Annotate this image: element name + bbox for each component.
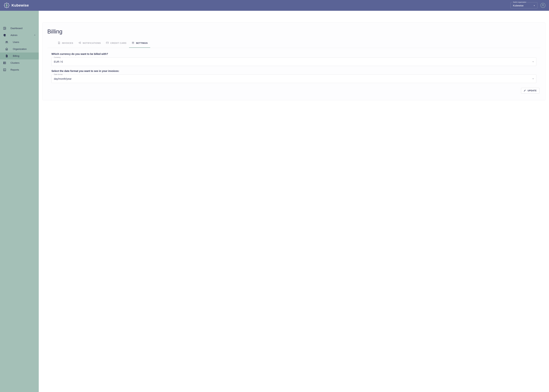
- tab-settings[interactable]: SETTINGS: [129, 40, 150, 48]
- dateformat-question: Select the date format you want to see i…: [51, 70, 536, 72]
- update-button-label: UPDATE: [527, 90, 537, 92]
- sidebar-item-label: Billing: [13, 55, 36, 57]
- sidebar-item-reports[interactable]: Reports: [0, 66, 39, 73]
- tab-label: CREDIT CARD: [110, 42, 126, 44]
- svg-marker-1: [6, 4, 7, 7]
- org-switcher-select[interactable]: Switch organization Kubewise ▼: [511, 2, 537, 8]
- gear-icon: [132, 41, 134, 45]
- svg-point-10: [542, 4, 543, 5]
- invoice-file-icon: $: [58, 41, 60, 45]
- svg-point-22: [4, 62, 4, 62]
- svg-point-34: [133, 42, 133, 43]
- sidebar-item-clusters[interactable]: Clusters: [0, 59, 39, 66]
- sidebar-item-label: Reports: [11, 68, 36, 71]
- pencil-icon: [524, 89, 526, 92]
- sidebar-item-label: Admin: [11, 34, 29, 37]
- svg-point-23: [4, 63, 4, 64]
- app-header: Kubewise Switch organization Kubewise ▼: [0, 0, 549, 11]
- sidebar-item-organization[interactable]: Organization: [0, 46, 39, 53]
- dashboard-icon: [3, 27, 6, 30]
- dateformat-select[interactable]: Date format day/month/year ▼: [51, 75, 536, 83]
- billing-file-icon: $: [5, 55, 8, 57]
- credit-card-icon: [106, 41, 109, 45]
- account-avatar-button[interactable]: [541, 3, 545, 8]
- svg-point-17: [7, 41, 7, 42]
- svg-line-29: [80, 42, 81, 42]
- sidebar-item-label: Clusters: [11, 62, 36, 64]
- page-title: Billing: [47, 28, 540, 35]
- sidebar-item-users[interactable]: Users: [0, 39, 39, 46]
- sidebar-item-label: Organization: [13, 48, 36, 50]
- dateformat-field-label: Date format: [53, 73, 63, 75]
- svg-point-16: [6, 41, 7, 42]
- sidebar-item-label: Users: [13, 41, 36, 43]
- sidebar-item-admin[interactable]: Admin: [0, 32, 39, 39]
- svg-line-31: [80, 43, 81, 43]
- svg-rect-18: [7, 49, 7, 50]
- svg-point-15: [5, 35, 5, 36]
- tab-credit-card[interactable]: CREDIT CARD: [103, 40, 129, 48]
- svg-text:$: $: [6, 55, 7, 57]
- main-content: Billing $ INVOICES: [39, 11, 549, 392]
- currency-question: Which currency do you want to be billed …: [51, 53, 536, 56]
- chevron-up-icon: [34, 34, 36, 36]
- admin-shield-icon: [3, 34, 6, 37]
- chevron-down-icon: ▼: [534, 5, 535, 7]
- tab-label: NOTIFICATIONS: [83, 42, 101, 44]
- compass-icon: [4, 2, 10, 8]
- servers-icon: [3, 61, 6, 64]
- brand-logo[interactable]: Kubewise: [4, 2, 29, 8]
- user-icon: [542, 4, 544, 7]
- chevron-down-icon: ▼: [532, 61, 534, 63]
- sidebar: Dashboard Admin: [0, 11, 39, 392]
- currency-select[interactable]: Currency EUR / € ▼: [51, 57, 536, 66]
- brand-name: Kubewise: [12, 3, 29, 7]
- svg-line-7: [8, 7, 9, 7]
- sidebar-item-label: Dashboard: [11, 27, 36, 30]
- billing-card: Billing $ INVOICES: [42, 22, 545, 100]
- currency-field-value: EUR / €: [54, 60, 63, 63]
- currency-field-label: Currency: [53, 56, 61, 58]
- tab-label: INVOICES: [62, 42, 73, 44]
- home-icon: [5, 48, 8, 51]
- org-switcher-label: Switch organization: [512, 1, 527, 3]
- svg-text:$: $: [59, 42, 59, 44]
- svg-line-8: [5, 7, 5, 7]
- sidebar-item-dashboard[interactable]: Dashboard: [0, 25, 39, 32]
- tab-label: SETTINGS: [136, 42, 148, 44]
- chevron-down-icon: ▼: [532, 78, 534, 80]
- users-icon: [5, 41, 8, 44]
- svg-rect-32: [106, 42, 108, 44]
- megaphone-icon: [78, 41, 81, 45]
- svg-line-6: [5, 3, 5, 4]
- tab-invoices[interactable]: $ INVOICES: [55, 40, 76, 48]
- chart-icon: [3, 68, 6, 71]
- svg-line-9: [8, 3, 9, 4]
- billing-tabs: $ INVOICES: [47, 40, 540, 48]
- dateformat-field-value: day/month/year: [54, 77, 72, 80]
- update-button[interactable]: UPDATE: [521, 88, 539, 93]
- org-switcher-value: Kubewise: [513, 4, 523, 7]
- tab-notifications[interactable]: NOTIFICATIONS: [76, 40, 103, 48]
- sidebar-item-billing[interactable]: $ Billing: [0, 53, 39, 59]
